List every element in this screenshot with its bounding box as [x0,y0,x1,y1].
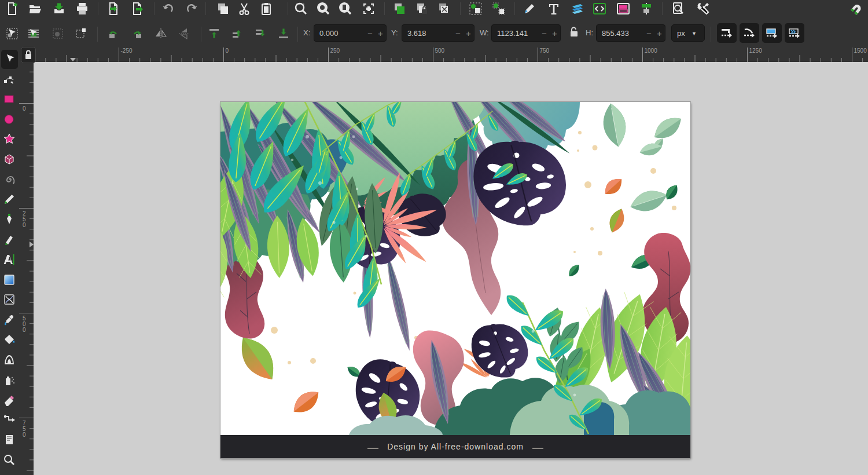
svg-text:0: 0 [23,222,26,228]
svg-text:-250: -250 [121,48,133,54]
svg-text:1500: 1500 [854,48,867,54]
svg-text:0: 0 [23,327,26,333]
svg-text:1000: 1000 [645,48,658,54]
svg-text:0: 0 [23,432,26,438]
svg-text:250: 250 [330,48,340,54]
svg-text:Design by All-free-download.co: Design by All-free-download.com [387,442,524,451]
svg-text:1250: 1250 [749,48,763,54]
svg-text:500: 500 [435,48,445,54]
svg-text:750: 750 [540,48,550,54]
svg-text:0: 0 [23,105,26,112]
svg-text:0: 0 [226,48,229,54]
